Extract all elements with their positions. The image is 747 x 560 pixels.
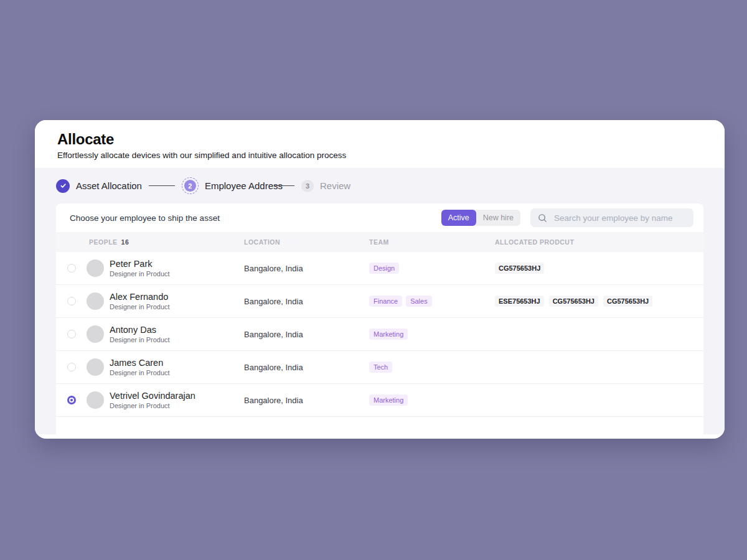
row-location: Bangalore, India <box>244 396 369 405</box>
row-teams: Tech <box>369 362 495 373</box>
row-role: Designer in Product <box>110 402 195 409</box>
avatar <box>87 325 104 343</box>
allocate-card: Allocate Effortlessly allocate devices w… <box>35 120 725 439</box>
filter-newhire-button[interactable]: New hire <box>476 210 520 226</box>
employee-row[interactable]: Vetrivel Govindarajan Designer in Produc… <box>56 384 703 417</box>
team-tag: Finance <box>369 296 402 307</box>
row-teams: Marketing <box>369 394 495 406</box>
employee-filter-toggle: Active New hire <box>441 210 520 226</box>
step-review[interactable]: 3 Review <box>301 180 350 192</box>
avatar <box>87 391 104 409</box>
row-role: Designer in Product <box>110 336 170 343</box>
row-radio[interactable] <box>67 297 76 306</box>
table-header-row: PEOPLE16 LOCATION TEAM ALLOCATED PRODCUT <box>56 232 703 252</box>
page-background: { "header": { "title": "Allocate", "subt… <box>0 0 747 560</box>
person-cell: James Caren Designer in Product <box>56 358 244 376</box>
search-icon <box>538 213 547 223</box>
row-products: ESE75653HJCG575653HJCG575653HJ <box>495 296 703 307</box>
column-header-allocated-product: ALLOCATED PRODCUT <box>495 238 703 246</box>
row-teams: Design <box>369 263 495 274</box>
row-location: Bangalore, India <box>244 297 369 306</box>
page-title: Allocate <box>57 131 702 148</box>
avatar <box>87 292 104 310</box>
row-role: Designer in Product <box>110 369 170 376</box>
person-cell: Vetrivel Govindarajan Designer in Produc… <box>56 391 244 409</box>
avatar <box>87 358 104 376</box>
row-name: James Caren <box>110 358 170 368</box>
row-radio[interactable] <box>67 396 76 404</box>
step-label: Employee Address <box>205 180 283 191</box>
row-teams: Marketing <box>369 329 495 340</box>
employee-row[interactable]: James Caren Designer in Product Bangalor… <box>56 351 703 384</box>
product-code-pill: ESE75653HJ <box>495 296 544 307</box>
row-products: CG575653HJ <box>495 263 703 274</box>
step-2-badge: 2 <box>182 177 199 194</box>
row-location: Bangalore, India <box>244 330 369 339</box>
row-location: Bangalore, India <box>244 363 369 372</box>
column-header-location: LOCATION <box>244 238 369 246</box>
step-connector <box>149 185 175 187</box>
step-2-number: 2 <box>184 180 196 192</box>
toolbar-prompt: Choose your employee to ship the asset <box>70 213 220 223</box>
row-name: Alex Fernando <box>110 292 170 302</box>
page-subtitle: Effortlessly allocate devices with our s… <box>57 151 702 160</box>
row-name: Antony Das <box>110 325 170 335</box>
row-teams: FinanceSales <box>369 296 495 307</box>
avatar <box>87 259 104 277</box>
column-header-people: PEOPLE16 <box>56 238 244 246</box>
people-count: 16 <box>121 238 129 246</box>
team-tag: Marketing <box>369 329 408 340</box>
row-radio[interactable] <box>67 363 76 371</box>
employee-table-panel: Choose your employee to ship the asset A… <box>56 203 703 434</box>
row-name: Peter Park <box>110 259 170 269</box>
employee-row[interactable]: Antony Das Designer in Product Bangalore… <box>56 318 703 351</box>
product-code-pill: CG575653HJ <box>549 296 598 307</box>
team-tag: Design <box>369 263 399 274</box>
person-cell: Peter Park Designer in Product <box>56 259 244 278</box>
search-box[interactable] <box>530 208 693 227</box>
column-header-team: TEAM <box>369 238 495 246</box>
row-role: Designer in Product <box>110 270 170 278</box>
row-role: Designer in Product <box>110 303 170 310</box>
step-asset-allocation[interactable]: Asset Allocation <box>56 179 142 193</box>
team-tag: Marketing <box>369 394 408 406</box>
step-label: Asset Allocation <box>76 180 142 191</box>
search-input[interactable] <box>553 213 686 223</box>
stepper: Asset Allocation 2 Employee Address 3 Re… <box>56 168 703 203</box>
filter-active-button[interactable]: Active <box>441 210 476 226</box>
step-label: Review <box>320 180 350 191</box>
product-code-pill: CG575653HJ <box>495 263 544 274</box>
person-cell: Alex Fernando Designer in Product <box>56 292 244 310</box>
step-connector <box>275 185 294 187</box>
person-cell: Antony Das Designer in Product <box>56 325 244 343</box>
row-name: Vetrivel Govindarajan <box>110 391 195 401</box>
step-3-badge: 3 <box>301 180 314 192</box>
row-radio[interactable] <box>67 330 76 338</box>
employee-row[interactable]: Alex Fernando Designer in Product Bangal… <box>56 285 703 318</box>
card-header: Allocate Effortlessly allocate devices w… <box>35 120 725 168</box>
content-section: Asset Allocation 2 Employee Address 3 Re… <box>35 168 725 434</box>
team-tag: Sales <box>406 296 432 307</box>
table-toolbar: Choose your employee to ship the asset A… <box>56 203 703 232</box>
team-tag: Tech <box>369 362 392 373</box>
employee-row[interactable]: Peter Park Designer in Product Bangalore… <box>56 252 703 285</box>
row-location: Bangalore, India <box>244 264 369 273</box>
table-body: Peter Park Designer in Product Bangalore… <box>56 252 703 434</box>
check-icon <box>56 179 70 193</box>
row-radio[interactable] <box>67 264 76 273</box>
product-code-pill: CG575653HJ <box>603 296 652 307</box>
step-employee-address[interactable]: 2 Employee Address <box>182 177 283 194</box>
